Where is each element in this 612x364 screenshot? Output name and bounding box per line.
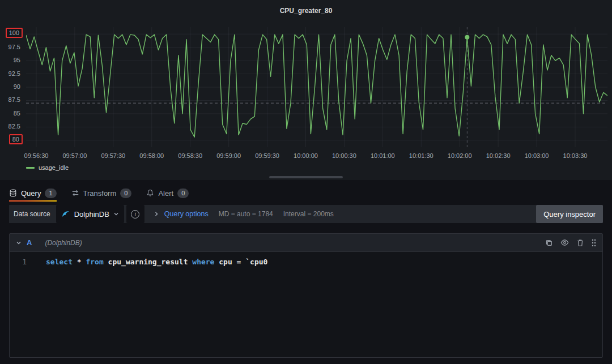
query-options-toggle[interactable]: Query options bbox=[164, 210, 209, 218]
x-axis-tick: 09:57:30 bbox=[94, 152, 133, 159]
code-editor[interactable]: 1 select * from cpu_warning_result where… bbox=[10, 252, 602, 357]
tab-query[interactable]: Query 1 bbox=[9, 185, 57, 202]
tab-transform[interactable]: Transform 0 bbox=[71, 185, 132, 202]
legend-series-label[interactable]: usage_idle bbox=[39, 164, 69, 171]
toggle-query-visibility-button[interactable] bbox=[560, 238, 569, 247]
grafana-panel-editor: CPU_greater_80 10097.59592.59087.58582.5… bbox=[0, 0, 612, 364]
eye-icon bbox=[560, 238, 569, 247]
y-axis-tick-90: 90 bbox=[14, 83, 20, 91]
panel-title: CPU_greater_80 bbox=[0, 0, 612, 15]
line-number: 1 bbox=[10, 258, 35, 357]
info-icon: i bbox=[131, 210, 139, 219]
bell-icon bbox=[146, 189, 154, 197]
copy-icon bbox=[545, 239, 553, 247]
y-axis-tick-92.5: 92.5 bbox=[8, 70, 20, 78]
delete-query-button[interactable] bbox=[576, 239, 584, 247]
x-axis-tick: 09:57:00 bbox=[56, 152, 94, 159]
duplicate-query-button[interactable] bbox=[545, 239, 553, 247]
query-ref-id[interactable]: A bbox=[27, 238, 32, 247]
y-axis: 10097.59592.59087.58582.580 bbox=[0, 27, 24, 147]
x-axis-tick: 10:02:00 bbox=[440, 152, 479, 159]
chevron-down-icon bbox=[113, 211, 119, 217]
x-axis-tick: 10:02:30 bbox=[479, 152, 517, 159]
query-code-line[interactable]: select * from cpu_warning_result where c… bbox=[46, 258, 267, 357]
legend-series-color-icon bbox=[26, 167, 35, 169]
y-axis-tick-87.5: 87.5 bbox=[8, 96, 20, 104]
code-token: cpu = `cpu0 bbox=[214, 258, 267, 266]
x-axis-tick: 09:59:30 bbox=[248, 152, 287, 159]
x-axis-tick: 09:58:30 bbox=[171, 152, 210, 159]
query-editor-row: A (DolphinDB) 1 select * from cpu_w bbox=[9, 233, 603, 358]
transform-icon bbox=[71, 189, 79, 197]
x-axis-tick: 09:58:00 bbox=[133, 152, 171, 159]
x-axis-tick: 09:59:00 bbox=[210, 152, 248, 159]
timeseries-panel: CPU_greater_80 10097.59592.59087.58582.5… bbox=[0, 0, 612, 180]
interval-text: Interval = 200ms bbox=[283, 210, 334, 218]
max-data-points-text: MD = auto = 1784 bbox=[219, 210, 273, 218]
x-axis-tick: 10:03:30 bbox=[556, 152, 594, 159]
x-axis-tick: 09:56:30 bbox=[17, 152, 56, 159]
datasource-label: Data source bbox=[14, 210, 50, 218]
code-token: * bbox=[73, 258, 86, 266]
x-axis-tick: 10:00:30 bbox=[325, 152, 363, 159]
panel-resize-handle[interactable] bbox=[269, 176, 343, 178]
y-axis-tick-97.5: 97.5 bbox=[8, 43, 20, 51]
query-row-header: A (DolphinDB) bbox=[10, 234, 602, 252]
x-axis-tick: 10:00:00 bbox=[287, 152, 325, 159]
x-axis-tick: 10:03:00 bbox=[517, 152, 556, 159]
y-axis-tick-82.5: 82.5 bbox=[8, 122, 20, 130]
y-axis-tick-80: 80 bbox=[9, 134, 23, 144]
code-token: from bbox=[86, 258, 103, 266]
datasource-selected-value: DolphinDB bbox=[74, 210, 109, 219]
query-inspector-button[interactable]: Query inspector bbox=[536, 205, 603, 223]
tab-query-label: Query bbox=[21, 189, 41, 198]
dolphindb-logo-icon bbox=[61, 209, 70, 219]
grip-dots-icon bbox=[592, 239, 596, 247]
code-token: select bbox=[46, 258, 73, 266]
tab-transform-label: Transform bbox=[83, 189, 117, 198]
drag-handle[interactable] bbox=[592, 239, 596, 247]
y-axis-tick-85: 85 bbox=[14, 109, 20, 117]
x-axis-tick: 10:01:30 bbox=[402, 152, 440, 159]
chevron-right-icon[interactable] bbox=[154, 211, 159, 217]
collapse-query-icon[interactable] bbox=[16, 240, 22, 246]
query-row-actions bbox=[545, 238, 596, 247]
query-datasource-note: (DolphinDB) bbox=[45, 239, 82, 247]
datasource-help-button[interactable]: i bbox=[126, 205, 144, 223]
tab-transform-count-badge: 0 bbox=[120, 189, 131, 198]
timeseries-chart[interactable] bbox=[26, 27, 607, 147]
y-axis-tick-95: 95 bbox=[14, 56, 20, 64]
x-axis: 09:56:3009:57:0009:57:3009:58:0009:58:30… bbox=[26, 152, 607, 160]
legend[interactable]: usage_idle bbox=[26, 164, 69, 171]
datasource-picker[interactable]: DolphinDB bbox=[56, 205, 124, 223]
tab-alert[interactable]: Alert 0 bbox=[146, 185, 189, 202]
tab-alert-count-badge: 0 bbox=[177, 189, 189, 198]
trash-icon bbox=[576, 239, 584, 247]
datasource-bar: Data source DolphinDB i Query options MD… bbox=[9, 205, 603, 223]
code-token: cpu_warning_result bbox=[104, 258, 193, 266]
tab-query-count-badge: 1 bbox=[45, 189, 56, 198]
database-icon bbox=[9, 189, 17, 197]
code-token: where bbox=[192, 258, 214, 266]
y-axis-tick-100: 100 bbox=[6, 28, 23, 38]
tab-alert-label: Alert bbox=[158, 189, 173, 198]
x-axis-tick: 10:01:00 bbox=[363, 152, 402, 159]
editor-tabs: Query 1 Transform 0 Alert 0 bbox=[0, 185, 612, 202]
